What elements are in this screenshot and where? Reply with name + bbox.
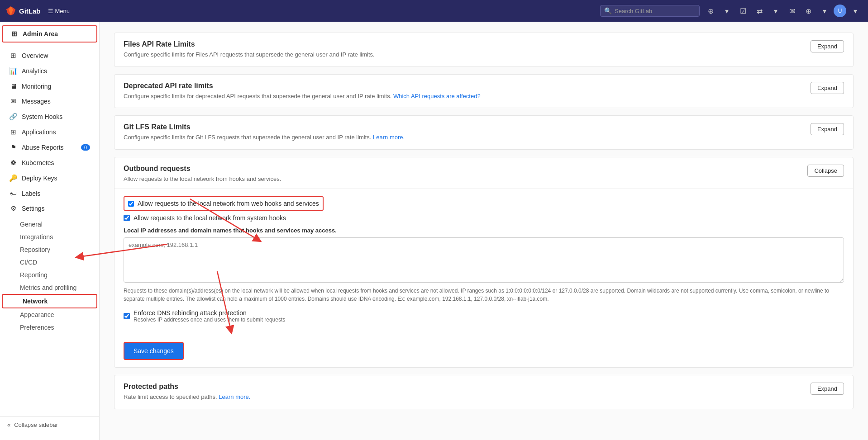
todo-icon[interactable]: ☑ <box>736 4 750 18</box>
system-hooks-checkbox-row: Allow requests to the local network from… <box>124 214 844 222</box>
outbound-collapse-button[interactable]: Collapse <box>807 165 844 177</box>
files-api-desc: Configure specific limits for Files API … <box>124 50 375 59</box>
save-changes-wrapper: Save changes <box>124 335 184 360</box>
sidebar-item-system-hooks[interactable]: 🔗 System Hooks <box>2 109 97 124</box>
chevron-left-icon: « <box>7 421 10 428</box>
webhook-checkbox-label: Allow requests to the local network from… <box>138 200 319 207</box>
git-lfs-title: Git LFS Rate Limits <box>124 123 405 131</box>
avatar-chevron[interactable]: ▾ <box>848 4 863 18</box>
sidebar-item-cicd[interactable]: CI/CD <box>0 256 99 269</box>
monitoring-icon: 🖥 <box>9 82 17 90</box>
sidebar-item-repository[interactable]: Repository <box>0 243 99 256</box>
sidebar-item-appearance[interactable]: Appearance <box>0 308 99 321</box>
sidebar-item-applications[interactable]: ⊞ Applications <box>2 124 97 140</box>
settings-submenu: General Integrations Repository CI/CD Re… <box>0 216 99 336</box>
issues-icon[interactable]: ✉ <box>785 4 799 18</box>
files-api-info: Files API Rate Limits Configure specific… <box>124 40 375 59</box>
sidebar-item-kubernetes[interactable]: ☸ Kubernetes <box>2 155 97 170</box>
main-content: Files API Rate Limits Configure specific… <box>100 22 868 440</box>
sidebar-item-overview[interactable]: ⊞ Overview <box>2 48 97 63</box>
hooks-icon: 🔗 <box>9 113 17 121</box>
dns-rebinding-checkbox[interactable] <box>124 313 130 319</box>
search-bar[interactable]: 🔍 <box>600 5 700 17</box>
deprecated-api-expand-button[interactable]: Expand <box>811 82 844 94</box>
sidebar-item-integrations[interactable]: Integrations <box>0 231 99 243</box>
sidebar-item-preferences[interactable]: Preferences <box>0 321 99 334</box>
brand: GitLab <box>5 5 41 16</box>
files-api-expand-button[interactable]: Expand <box>811 40 844 52</box>
protected-paths-desc: Rate limit access to specified paths. Le… <box>124 393 250 402</box>
labels-icon: 🏷 <box>9 189 17 197</box>
sidebar: ⊞ Admin Area ⊞ Overview 📊 Analytics 🖥 Mo… <box>0 22 100 440</box>
protected-paths-info: Protected paths Rate limit access to spe… <box>124 383 250 402</box>
sidebar-item-network[interactable]: Network <box>2 294 97 308</box>
chevron-down-icon[interactable]: ▾ <box>720 4 734 18</box>
create-icon[interactable]: ⊕ <box>703 4 718 18</box>
deprecated-api-link[interactable]: Which API requests are affected? <box>393 93 481 99</box>
search-input[interactable] <box>615 8 687 14</box>
chevron-down-icon3[interactable]: ▾ <box>817 4 832 18</box>
protected-paths-link[interactable]: Learn more. <box>219 393 250 400</box>
sidebar-item-general[interactable]: General <box>0 218 99 231</box>
avatar[interactable]: U <box>834 5 846 17</box>
git-lfs-desc: Configure specific limits for Git LFS re… <box>124 133 405 142</box>
webhook-checkbox[interactable] <box>128 201 134 207</box>
overview-icon: ⊞ <box>9 52 17 60</box>
applications-icon: ⊞ <box>9 128 17 136</box>
protected-paths-title: Protected paths <box>124 383 250 391</box>
sidebar-item-admin-area[interactable]: ⊞ Admin Area <box>2 25 97 43</box>
deprecated-api-title: Deprecated API rate limits <box>124 82 481 90</box>
sidebar-item-deploy-keys[interactable]: 🔑 Deploy Keys <box>2 170 97 186</box>
menu-button[interactable]: ☰ Menu <box>44 6 74 16</box>
system-hooks-checkbox-label: Allow requests to the local network from… <box>134 214 286 222</box>
protected-paths-section: Protected paths Rate limit access to spe… <box>114 375 854 409</box>
collapse-sidebar-button[interactable]: « Collapse sidebar <box>0 416 99 433</box>
git-lfs-section: Git LFS Rate Limits Configure specific l… <box>114 115 854 150</box>
dns-rebinding-help: Resolves IP addresses once and uses them… <box>134 317 285 323</box>
system-hooks-checkbox[interactable] <box>124 215 130 221</box>
files-api-title: Files API Rate Limits <box>124 40 375 48</box>
sidebar-item-reporting[interactable]: Reporting <box>0 269 99 281</box>
save-changes-button[interactable]: Save changes <box>124 342 184 360</box>
git-lfs-expand-button[interactable]: Expand <box>811 123 844 135</box>
outbound-info: Outbound requests Allow requests to the … <box>124 165 281 184</box>
sidebar-item-metrics[interactable]: Metrics and profiling <box>0 281 99 294</box>
local-ip-label: Local IP addresses and domain names that… <box>124 227 844 234</box>
kubernetes-icon: ☸ <box>9 159 17 167</box>
messages-icon: ✉ <box>9 97 17 105</box>
outbound-section: Outbound requests Allow requests to the … <box>114 157 854 368</box>
admin-icon: ⊞ <box>10 30 18 38</box>
sidebar-item-settings[interactable]: ⚙ Settings <box>2 201 97 216</box>
sidebar-item-labels[interactable]: 🏷 Labels <box>2 186 97 201</box>
local-ip-help: Requests to these domain(s)/address(es) … <box>124 287 844 303</box>
protected-paths-expand-button[interactable]: Expand <box>811 383 844 395</box>
outbound-desc: Allow requests to the local network from… <box>124 175 281 184</box>
merge-request-icon[interactable]: ⇄ <box>752 4 767 18</box>
git-lfs-link[interactable]: Learn more. <box>373 134 405 141</box>
abuse-icon: ⚑ <box>9 143 17 151</box>
settings-icon: ⚙ <box>9 204 17 213</box>
brand-name: GitLab <box>19 7 41 15</box>
sidebar-admin-label: Admin Area <box>23 30 58 38</box>
sidebar-item-analytics[interactable]: 📊 Analytics <box>2 63 97 79</box>
analytics-icon: 📊 <box>9 67 17 75</box>
dns-rebinding-label: Enforce DNS rebinding attack protection <box>134 309 285 317</box>
navbar-icons: ⊕ ▾ ☑ ⇄ ▾ ✉ ⊕ ▾ U ▾ <box>703 4 863 18</box>
sidebar-item-abuse-reports[interactable]: ⚑ Abuse Reports 0 <box>2 140 97 155</box>
sidebar-item-monitoring[interactable]: 🖥 Monitoring <box>2 79 97 94</box>
sidebar-item-messages[interactable]: ✉ Messages <box>2 94 97 109</box>
git-lfs-header: Git LFS Rate Limits Configure specific l… <box>114 116 853 149</box>
help-icon[interactable]: ⊕ <box>801 4 816 18</box>
deprecated-api-header: Deprecated API rate limits Configure spe… <box>114 75 853 108</box>
outbound-header: Outbound requests Allow requests to the … <box>114 157 853 189</box>
chevron-down-icon2[interactable]: ▾ <box>768 4 783 18</box>
abuse-badge: 0 <box>81 144 90 151</box>
deprecated-api-desc: Configure specific limits for deprecated… <box>124 92 481 101</box>
files-api-section: Files API Rate Limits Configure specific… <box>114 33 854 67</box>
local-ip-textarea[interactable] <box>124 237 844 283</box>
protected-paths-header: Protected paths Rate limit access to spe… <box>114 375 853 409</box>
deprecated-api-info: Deprecated API rate limits Configure spe… <box>124 82 481 101</box>
files-api-header: Files API Rate Limits Configure specific… <box>114 33 853 66</box>
dns-rebinding-info: Enforce DNS rebinding attack protection … <box>134 309 285 323</box>
navbar: GitLab ☰ Menu 🔍 ⊕ ▾ ☑ ⇄ ▾ ✉ ⊕ ▾ U ▾ <box>0 0 868 22</box>
